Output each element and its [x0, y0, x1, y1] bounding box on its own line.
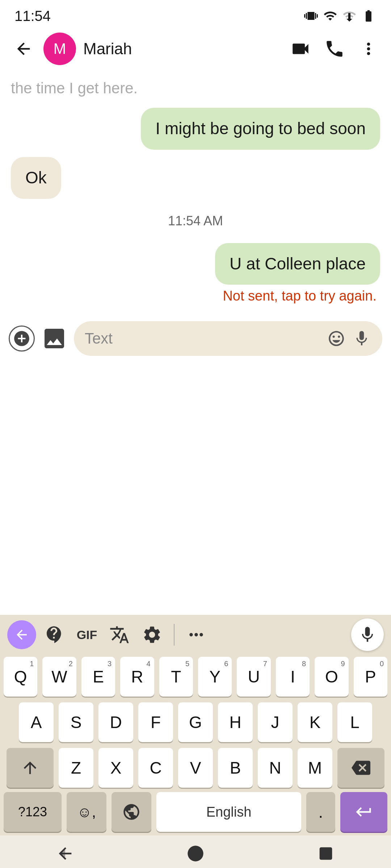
- signal-icon: [342, 9, 356, 23]
- avatar: M: [43, 33, 76, 65]
- message-area: the time I get here. I might be going to…: [0, 69, 391, 311]
- more-tools-button[interactable]: [182, 620, 211, 649]
- key-P[interactable]: 0P: [354, 657, 387, 697]
- wifi-icon: [322, 9, 338, 23]
- key-Y[interactable]: 6Y: [198, 657, 232, 697]
- keyboard-toolbar: GIF: [0, 615, 391, 655]
- text-input-box[interactable]: Text: [74, 321, 382, 356]
- period-button[interactable]: .: [306, 792, 335, 832]
- delete-button[interactable]: [337, 748, 384, 788]
- sticker-button[interactable]: [40, 620, 69, 649]
- key-row-3: Z X C V B N M: [4, 748, 387, 788]
- video-call-button[interactable]: [289, 37, 312, 60]
- phone-call-button[interactable]: [323, 37, 346, 60]
- app-bar: M Mariah: [0, 29, 391, 69]
- key-A[interactable]: A: [19, 702, 54, 742]
- emoji-button[interactable]: [327, 329, 346, 348]
- key-R[interactable]: 4R: [120, 657, 154, 697]
- gif-button[interactable]: GIF: [72, 620, 101, 649]
- bubble-sent-2[interactable]: U at Colleen place: [215, 243, 380, 285]
- key-Q[interactable]: 1Q: [4, 657, 37, 697]
- svg-point-2: [188, 846, 203, 861]
- key-D[interactable]: D: [98, 702, 133, 742]
- toolbar-divider: [174, 624, 175, 646]
- nav-back-button[interactable]: [56, 844, 75, 863]
- nav-bar: [0, 835, 391, 868]
- keyboard: GIF 1Q 2W 3E 4R 5T 6Y 7U 8I 9O 0P: [0, 615, 391, 868]
- mic-input-button[interactable]: [352, 329, 371, 348]
- translate-button[interactable]: [105, 620, 134, 649]
- key-S[interactable]: S: [59, 702, 93, 742]
- keyboard-back-button[interactable]: [7, 620, 36, 649]
- emoji-sym-button[interactable]: ☺,: [67, 792, 106, 832]
- svg-point-0: [49, 333, 52, 336]
- key-W[interactable]: 2W: [42, 657, 76, 697]
- keyboard-keys: 1Q 2W 3E 4R 5T 6Y 7U 8I 9O 0P A S D F G …: [0, 655, 391, 790]
- key-E[interactable]: 3E: [81, 657, 115, 697]
- previous-message-hint: the time I get here.: [11, 76, 380, 101]
- input-area: Text: [0, 315, 391, 362]
- key-J[interactable]: J: [258, 702, 293, 742]
- send-error-text[interactable]: Not sent, tap to try again.: [11, 288, 380, 304]
- key-K[interactable]: K: [298, 702, 332, 742]
- svg-marker-1: [59, 847, 65, 860]
- timestamp-1: 11:54 AM: [11, 213, 380, 229]
- key-X[interactable]: X: [98, 748, 133, 788]
- add-attachment-button[interactable]: [9, 326, 35, 352]
- settings-button[interactable]: [138, 620, 167, 649]
- key-B[interactable]: B: [218, 748, 253, 788]
- num-sym-button[interactable]: ?123: [4, 792, 62, 832]
- back-button[interactable]: [11, 36, 36, 61]
- battery-icon: [361, 9, 377, 23]
- more-options-button[interactable]: [357, 37, 380, 60]
- enter-button[interactable]: [340, 792, 387, 832]
- key-G[interactable]: G: [178, 702, 213, 742]
- key-row-1: 1Q 2W 3E 4R 5T 6Y 7U 8I 9O 0P: [4, 657, 387, 697]
- key-N[interactable]: N: [258, 748, 293, 788]
- status-bar: 11:54: [0, 0, 391, 29]
- app-bar-actions: [289, 37, 380, 60]
- key-U[interactable]: 7U: [237, 657, 270, 697]
- key-I[interactable]: 8I: [276, 657, 310, 697]
- bubble-sent-1[interactable]: I might be going to bed soon: [141, 108, 380, 150]
- key-C[interactable]: C: [138, 748, 173, 788]
- status-time: 11:54: [14, 8, 51, 24]
- key-L[interactable]: L: [337, 702, 372, 742]
- svg-rect-3: [320, 847, 332, 860]
- bubble-received-1[interactable]: Ok: [11, 157, 61, 199]
- shift-button[interactable]: [7, 748, 54, 788]
- gif-label: GIF: [77, 628, 97, 642]
- key-F[interactable]: F: [138, 702, 173, 742]
- key-Z[interactable]: Z: [59, 748, 93, 788]
- nav-home-button[interactable]: [186, 844, 205, 863]
- nav-recent-button[interactable]: [316, 844, 335, 863]
- key-T[interactable]: 5T: [159, 657, 193, 697]
- keyboard-bottom-row: ?123 ☺, English .: [0, 790, 391, 835]
- key-V[interactable]: V: [178, 748, 213, 788]
- key-M[interactable]: M: [298, 748, 332, 788]
- space-button[interactable]: English: [156, 792, 301, 832]
- media-button[interactable]: [41, 326, 67, 352]
- vibrate-icon: [304, 9, 318, 23]
- globe-button[interactable]: [112, 792, 151, 832]
- text-input-placeholder: Text: [85, 330, 321, 347]
- status-icons: [304, 9, 377, 23]
- key-O[interactable]: 9O: [315, 657, 348, 697]
- key-H[interactable]: H: [218, 702, 253, 742]
- key-row-2: A S D F G H J K L: [4, 702, 387, 742]
- contact-name[interactable]: Mariah: [83, 40, 282, 58]
- keyboard-mic-button[interactable]: [351, 618, 384, 651]
